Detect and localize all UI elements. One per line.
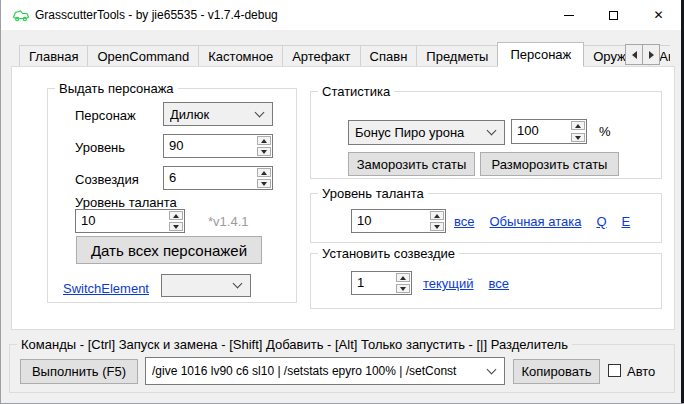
run-command-button[interactable]: Выполнить (F5) <box>20 359 138 384</box>
percent-sign-label: % <box>599 124 611 139</box>
talent-e-link[interactable]: E <box>622 214 631 229</box>
minimize-button[interactable] <box>546 0 591 30</box>
copy-command-button[interactable]: Копировать <box>513 359 600 384</box>
auto-checkbox-label: Авто <box>627 364 655 379</box>
spin-up-icon <box>261 171 267 175</box>
command-input-value: /give 1016 lv90 c6 sl10 | /setstats epyr… <box>152 364 484 378</box>
app-window: GrasscutterTools - by jie65535 - v1.7.4-… <box>0 0 684 404</box>
chevron-down-icon <box>487 126 497 136</box>
group-commands-title: Команды - [Ctrl] Запуск и замена - [Shif… <box>17 337 572 352</box>
tab-predmety[interactable]: Предметы <box>416 45 498 67</box>
tab-scroll-right-button[interactable] <box>642 44 660 65</box>
setconst-up-button[interactable] <box>396 273 410 282</box>
group-talent-level: Уровень таланта 10 все Обычная атака Q E <box>310 193 662 243</box>
minimize-icon <box>564 15 574 16</box>
talent-links: все Обычная атака Q E <box>454 214 630 229</box>
talent-group-value: 10 <box>352 210 429 232</box>
group-commands: Команды - [Ctrl] Запуск и замена - [Shif… <box>9 344 675 393</box>
constellation-down-button[interactable] <box>257 179 271 188</box>
spin-up-icon <box>400 276 406 280</box>
talent-group-up-button[interactable] <box>430 211 444 220</box>
talent-up-button[interactable] <box>169 211 183 220</box>
talent-normal-attack-link[interactable]: Обычная атака <box>490 214 582 229</box>
auto-checkbox[interactable] <box>608 364 621 377</box>
spin-up-icon <box>173 214 179 218</box>
maximize-icon <box>609 11 618 20</box>
level-down-button[interactable] <box>257 147 271 156</box>
tab-page-personazh: Выдать персонажа Персонаж Дилюк Уровень … <box>11 66 675 330</box>
group-stats-title: Статистика <box>318 84 394 99</box>
tab-glavnaya[interactable]: Главная <box>19 45 88 67</box>
spin-up-icon <box>434 214 440 218</box>
switch-element-select[interactable] <box>161 274 251 297</box>
setconst-down-button[interactable] <box>396 284 410 293</box>
group-set-constellation: Установить созвездие 1 текущий все <box>310 253 662 309</box>
spin-down-icon <box>575 136 581 140</box>
spin-up-icon <box>575 124 581 128</box>
tab-scroll-left-button[interactable] <box>625 44 643 65</box>
group-set-constellation-title: Установить созвездие <box>318 246 459 261</box>
window-title: GrasscutterTools - by jie65535 - v1.7.4-… <box>35 8 278 22</box>
percent-up-button[interactable] <box>571 121 585 130</box>
spin-up-icon <box>261 139 267 143</box>
talent-group-down-button[interactable] <box>430 222 444 231</box>
percent-down-button[interactable] <box>571 133 585 142</box>
group-stats: Статистика Бонус Пиро урона 100 % Заморо… <box>310 91 662 179</box>
character-select[interactable]: Дилюк <box>163 102 273 126</box>
chevron-down-icon <box>255 107 265 117</box>
titlebar[interactable]: GrasscutterTools - by jie65535 - v1.7.4-… <box>1 0 684 30</box>
spin-down-icon <box>261 182 267 186</box>
talent-down-button[interactable] <box>169 222 183 231</box>
tab-personazh-selected[interactable]: Персонаж <box>497 42 584 67</box>
constellation-stepper[interactable]: 6 <box>163 166 273 190</box>
freeze-stats-button[interactable]: Заморозить статы <box>348 152 475 176</box>
version-note: *v1.4.1 <box>208 214 248 229</box>
set-constellation-value: 1 <box>352 272 395 294</box>
constellation-all-link[interactable]: все <box>489 276 510 291</box>
constellation-value: 6 <box>164 167 256 189</box>
switch-element-link[interactable]: SwitchElement <box>63 281 149 296</box>
close-button[interactable]: ✕ <box>636 0 681 30</box>
level-label: Уровень <box>75 140 125 155</box>
maximize-button[interactable] <box>591 0 636 30</box>
close-icon: ✕ <box>653 9 663 21</box>
tab-artefakt[interactable]: Артефакт <box>282 45 360 67</box>
unfreeze-stats-button[interactable]: Разморозить статы <box>480 152 619 176</box>
character-label: Персонаж <box>75 108 136 123</box>
spin-down-icon <box>261 150 267 154</box>
group-talent-level-title: Уровень таланта <box>318 186 428 201</box>
chevron-down-icon <box>487 364 497 374</box>
level-up-button[interactable] <box>257 136 271 145</box>
talent-level-label: Уровень таланта <box>75 195 177 210</box>
group-give-character-title: Выдать персонажа <box>55 81 178 96</box>
chevron-down-icon <box>233 279 243 289</box>
command-input[interactable]: /give 1016 lv90 c6 sl10 | /setstats epyr… <box>145 357 505 385</box>
character-select-value: Дилюк <box>170 107 252 122</box>
constellation-label: Созвездия <box>75 172 139 187</box>
talent-group-stepper[interactable]: 10 <box>351 209 446 233</box>
talent-q-link[interactable]: Q <box>596 214 606 229</box>
tab-spavn[interactable]: Спавн <box>360 45 418 67</box>
app-logo-icon <box>12 8 30 25</box>
arrow-left-icon <box>632 51 637 59</box>
tab-opencommand[interactable]: OpenCommand <box>87 45 199 67</box>
tab-strip: Главная OpenCommand Кастомное Артефакт С… <box>19 42 670 67</box>
constellation-current-link[interactable]: текущий <box>423 276 474 291</box>
talent-level-value: 10 <box>76 210 168 232</box>
stat-type-value: Бонус Пиро урона <box>355 125 484 140</box>
talent-all-link[interactable]: все <box>454 214 475 229</box>
stat-type-select[interactable]: Бонус Пиро урона <box>348 120 505 145</box>
give-all-characters-button[interactable]: Дать всех персонажей <box>76 236 262 264</box>
tab-scrollers <box>626 44 660 65</box>
arrow-right-icon <box>649 51 654 59</box>
talent-level-stepper[interactable]: 10 <box>75 209 185 233</box>
tab-kastomnoe[interactable]: Кастомное <box>198 45 283 67</box>
level-stepper[interactable]: 90 <box>163 134 273 158</box>
set-constellation-stepper[interactable]: 1 <box>351 271 412 295</box>
group-give-character: Выдать персонажа Персонаж Дилюк Уровень … <box>47 88 297 303</box>
level-value: 90 <box>164 135 256 157</box>
spin-down-icon <box>173 225 179 229</box>
stat-percent-stepper[interactable]: 100 <box>511 119 587 144</box>
constellation-up-button[interactable] <box>257 168 271 177</box>
stat-percent-value: 100 <box>512 120 570 143</box>
